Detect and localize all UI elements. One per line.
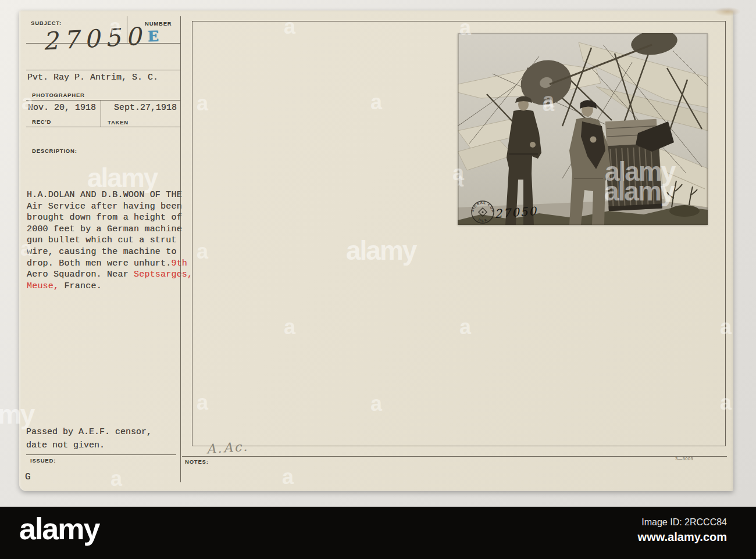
- description-line: Air Service after having been: [27, 201, 192, 213]
- issued-label: ISSUED:: [30, 457, 56, 464]
- description-line: gun bullet which cut a strut: [27, 235, 192, 246]
- censor-line-2: date not given.: [26, 440, 105, 450]
- description-line: 2000 feet by a German machine: [27, 224, 192, 235]
- received-label: REC'D: [32, 119, 51, 125]
- notes-handwritten: A.Ac.: [206, 439, 249, 456]
- footer-meta: Image ID: 2RCCC84 www.alamy.com: [638, 517, 727, 544]
- page: SUBJECT: 27050 NUMBER E Pvt. Ray P. Antr…: [0, 0, 756, 559]
- archive-card: SUBJECT: 27050 NUMBER E Pvt. Ray P. Antr…: [19, 10, 733, 491]
- dates-divider: [101, 100, 101, 127]
- received-date: Nov. 20, 1918: [28, 103, 96, 113]
- description-line: wire, causing the machine to: [27, 246, 192, 258]
- description-line: Aero Squadron. Near Septsarges,: [27, 269, 192, 281]
- description-text: H.A.DOLAN AND D.B.WOON OF THEAir Service…: [27, 189, 192, 292]
- photo-watermark-word: alamy: [604, 176, 676, 206]
- description-line: brought down from a height of: [27, 212, 192, 224]
- taken-label: TAKEN: [108, 119, 129, 126]
- rule: [26, 100, 180, 101]
- rule: [26, 43, 180, 44]
- alamy-url: www.alamy.com: [638, 531, 727, 544]
- description-line: H.A.DOLAN AND D.B.WOON OF THE: [27, 189, 192, 201]
- subject-label: SUBJECT:: [31, 20, 62, 26]
- number-stamp: E: [148, 28, 159, 45]
- footer-bar: alamy Image ID: 2RCCC84 www.alamy.com: [0, 507, 756, 559]
- rule: [26, 70, 180, 70]
- photographer-name: Pvt. Ray P. Antrim, S. C.: [27, 73, 158, 83]
- issued-value: G: [25, 472, 31, 482]
- photograph: SIGNAL CORPS USA 27050 alamy a a: [458, 33, 708, 225]
- paper-stain: [714, 7, 741, 16]
- description-line: drop. Both men were unhurt.9th: [27, 258, 192, 270]
- taken-date: Sept.27,1918: [114, 103, 177, 113]
- column-rule: [180, 16, 181, 482]
- rule: [26, 127, 180, 127]
- photo-watermark-letter: a: [543, 92, 555, 116]
- notes-rule: [182, 456, 727, 457]
- form-number: 3—5005: [675, 456, 693, 461]
- number-label: NUMBER: [145, 20, 172, 27]
- notes-label: NOTES:: [185, 458, 209, 465]
- subject-number-handwritten: 27050: [42, 21, 147, 55]
- subject-number-divider: [127, 16, 127, 43]
- description-label: DESCRIPTION:: [32, 148, 77, 154]
- alamy-logo: alamy: [19, 514, 99, 544]
- photographer-label: PHOTOGRAPHER: [32, 92, 85, 98]
- stamp-number-handwritten: 27050: [494, 204, 538, 221]
- image-id: Image ID: 2RCCC84: [638, 517, 727, 528]
- censor-line-1: Passed by A.E.F. censor,: [26, 427, 152, 437]
- description-line: Meuse, France.: [27, 281, 192, 292]
- issued-rule: [26, 454, 176, 455]
